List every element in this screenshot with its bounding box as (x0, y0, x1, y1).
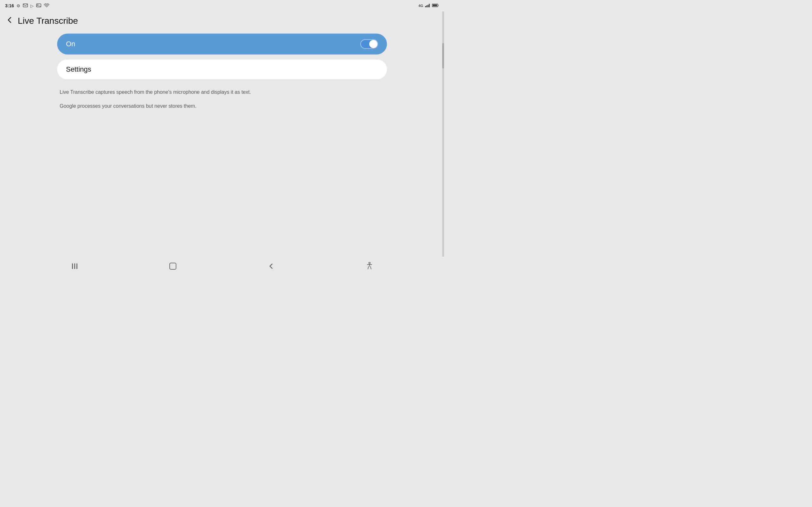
svg-rect-5 (426, 5, 427, 7)
main-content: On Settings Live Transcribe captures spe… (0, 31, 444, 119)
settings-card[interactable]: Settings (57, 60, 387, 79)
scrollbar[interactable] (442, 11, 444, 276)
description-text-2: Google processes your conversations but … (60, 102, 385, 110)
svg-rect-7 (429, 4, 430, 7)
status-time: 3:16 (5, 3, 14, 8)
wifi-icon (44, 3, 49, 8)
accessibility-icon (366, 262, 373, 270)
description-block: Live Transcribe captures speech from the… (57, 88, 387, 110)
back-nav-icon (268, 263, 274, 270)
home-icon (169, 263, 176, 270)
toggle-switch[interactable] (360, 39, 378, 49)
recents-button[interactable] (68, 260, 81, 273)
gear-icon: ⚙ (16, 3, 20, 8)
bottom-nav (0, 257, 444, 276)
svg-rect-4 (425, 6, 426, 7)
toggle-label: On (66, 40, 75, 48)
image-icon (36, 3, 41, 8)
svg-rect-0 (23, 4, 28, 7)
status-bar: 3:16 ⚙ ▷ (0, 0, 444, 11)
scrollbar-thumb (442, 43, 444, 68)
toggle-thumb (369, 40, 377, 48)
back-button[interactable] (6, 16, 13, 26)
status-left: 3:16 ⚙ ▷ (5, 3, 49, 8)
status-right: 4G (418, 3, 439, 8)
4g-icon: 4G (418, 4, 423, 8)
svg-point-10 (369, 262, 370, 264)
svg-rect-6 (427, 5, 428, 7)
svg-point-3 (46, 7, 47, 7)
recents-icon (72, 263, 78, 269)
play-icon: ▷ (31, 3, 34, 8)
settings-label: Settings (66, 65, 91, 73)
description-text-1: Live Transcribe captures speech from the… (60, 88, 385, 96)
svg-rect-9 (433, 4, 437, 6)
header: Live Transcribe (0, 11, 444, 31)
message-icon (23, 3, 28, 8)
accessibility-button[interactable] (363, 260, 376, 273)
toggle-card[interactable]: On (57, 34, 387, 55)
home-button[interactable] (166, 260, 179, 273)
nav-back-button[interactable] (265, 260, 277, 273)
signal-icon (425, 3, 430, 8)
page-title: Live Transcribe (18, 16, 78, 26)
battery-icon (432, 3, 439, 8)
